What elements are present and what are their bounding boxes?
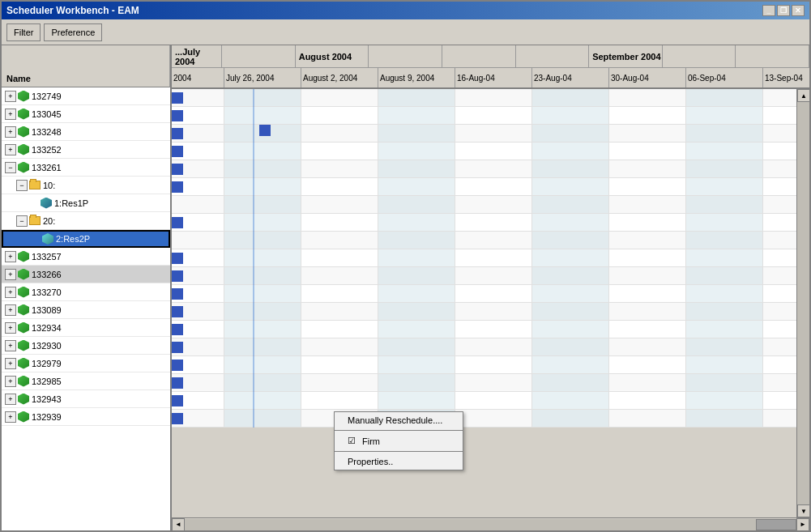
gantt-row	[172, 338, 796, 356]
expand-133261[interactable]: −	[5, 162, 16, 173]
month-cell-5	[663, 45, 736, 67]
context-menu: Manually Reschedule.... ☑ Firm Propertie…	[334, 411, 463, 470]
left-marker-7	[172, 217, 183, 228]
week-cell-4: 16-Aug-04	[455, 68, 532, 87]
expand-132934[interactable]: +	[5, 322, 16, 334]
gem-icon-132939	[18, 411, 29, 423]
scroll-center-indicator	[756, 519, 796, 530]
tree-item-132934[interactable]: + 132934	[2, 319, 170, 337]
gantt-row	[172, 232, 796, 249]
expand-133257[interactable]: +	[5, 251, 16, 262]
gantt-body-wrapper: Manually Reschedule.... ☑ Firm Propertie…	[172, 89, 809, 517]
gantt-bar-133248[interactable]	[259, 125, 271, 136]
gem-icon-132749	[18, 91, 29, 102]
left-marker-5	[172, 181, 183, 193]
gantt-row	[172, 143, 796, 160]
folder-icon-20	[29, 216, 41, 225]
gem-icon-132930	[18, 340, 29, 351]
context-menu-properties[interactable]: Properties..	[335, 453, 463, 470]
tree-item-132979[interactable]: + 132979	[2, 355, 170, 372]
tree-item-133045[interactable]: + 133045	[2, 105, 170, 123]
context-menu-manually-reschedule[interactable]: Manually Reschedule....	[335, 412, 463, 428]
tree-item-133266[interactable]: + 133266	[2, 266, 170, 283]
left-marker-10	[172, 270, 183, 282]
expand-133270[interactable]: +	[5, 287, 16, 298]
gantt-row	[172, 249, 796, 267]
gantt-header-weeks: 2004 July 26, 2004 August 2, 2004 August…	[172, 68, 809, 87]
filter-button[interactable]: Filter	[6, 23, 41, 41]
toolbar: Filter Preference	[2, 19, 809, 45]
scroll-thumb-h[interactable]	[185, 519, 756, 530]
gem-icon-res2p	[42, 233, 53, 245]
gem-icon-133089	[18, 304, 29, 316]
left-marker-1	[172, 110, 183, 121]
scroll-up-arrow[interactable]: ▲	[797, 89, 809, 102]
tree-item-20[interactable]: − 20:	[2, 212, 170, 230]
gem-icon-133266	[18, 269, 29, 280]
tree-item-133248[interactable]: + 133248	[2, 123, 170, 141]
gem-icon-133252	[18, 144, 29, 155]
close-button[interactable]: ✕	[792, 5, 805, 16]
restore-button[interactable]: ❐	[777, 5, 790, 16]
expand-132930[interactable]: +	[5, 340, 16, 351]
context-menu-separator-2	[335, 451, 463, 452]
expand-133045[interactable]: +	[5, 109, 16, 120]
left-marker-4	[172, 164, 183, 175]
title-bar: Scheduler Workbench - EAM _ ❐ ✕	[2, 2, 809, 19]
expand-132985[interactable]: +	[5, 376, 16, 387]
expand-133252[interactable]: +	[5, 144, 16, 155]
context-menu-firm[interactable]: ☑ Firm	[335, 432, 463, 449]
expand-132939[interactable]: +	[5, 411, 16, 423]
main-window: Scheduler Workbench - EAM _ ❐ ✕ Filter P…	[0, 0, 811, 532]
gantt-row	[172, 107, 796, 125]
right-panel: ...July 2004 August 2004 September 2004 …	[172, 45, 809, 530]
gantt-row	[172, 321, 796, 338]
tree-item-res1p[interactable]: 1:Res1P	[2, 194, 170, 212]
expand-133248[interactable]: +	[5, 126, 16, 138]
tree-item-132930[interactable]: + 132930	[2, 337, 170, 355]
gantt-row	[172, 89, 796, 107]
expand-132943[interactable]: +	[5, 394, 16, 405]
week-cell-3: August 9, 2004	[378, 68, 455, 87]
scroll-right-arrow[interactable]: ►	[796, 518, 809, 531]
scroll-down-arrow[interactable]: ▼	[797, 504, 809, 517]
gantt-row	[172, 410, 796, 428]
left-marker-18	[172, 413, 183, 424]
expand-133089[interactable]: +	[5, 304, 16, 316]
left-marker-11	[172, 288, 183, 300]
expand-10[interactable]: −	[16, 180, 28, 191]
left-marker-13	[172, 324, 183, 335]
gantt-body[interactable]: Manually Reschedule.... ☑ Firm Propertie…	[172, 89, 796, 517]
left-panel: Name + 132749 + 133045 +	[2, 45, 172, 530]
tree-item-133270[interactable]: + 133270	[2, 283, 170, 301]
week-cell-6: 30-Aug-04	[609, 68, 686, 87]
minimize-button[interactable]: _	[762, 5, 775, 16]
horizontal-scrollbar[interactable]: ◄ ►	[172, 517, 809, 530]
tree-area[interactable]: + 132749 + 133045 + 133248	[2, 87, 170, 530]
vertical-scrollbar[interactable]: ▲ ▼	[796, 89, 809, 517]
month-cell-3	[442, 45, 516, 67]
tree-item-132943[interactable]: + 132943	[2, 390, 170, 408]
tree-item-133089[interactable]: + 133089	[2, 301, 170, 319]
tree-item-133252[interactable]: + 133252	[2, 141, 170, 159]
tree-item-132749[interactable]: + 132749	[2, 87, 170, 105]
left-marker-16	[172, 377, 183, 389]
tree-item-res2p[interactable]: 2:Res2P	[2, 230, 170, 248]
month-cell-4	[516, 45, 590, 67]
tree-item-10[interactable]: − 10:	[2, 177, 170, 194]
scroll-left-arrow[interactable]: ◄	[172, 518, 185, 531]
tree-item-132939[interactable]: + 132939	[2, 408, 170, 426]
expand-132749[interactable]: +	[5, 91, 16, 102]
expand-132979[interactable]: +	[5, 358, 16, 369]
scroll-thumb-v[interactable]	[797, 102, 809, 504]
gantt-row	[172, 267, 796, 285]
gantt-header-months: ...July 2004 August 2004 September 2004	[172, 45, 809, 68]
expand-20[interactable]: −	[16, 215, 28, 227]
tree-item-132985[interactable]: + 132985	[2, 372, 170, 390]
left-marker-6	[172, 199, 183, 211]
tree-item-133257[interactable]: + 133257	[2, 248, 170, 266]
preference-button[interactable]: Preference	[44, 23, 102, 41]
expand-133266[interactable]: +	[5, 269, 16, 280]
tree-item-133261[interactable]: − 133261	[2, 159, 170, 177]
gantt-row	[172, 178, 796, 196]
